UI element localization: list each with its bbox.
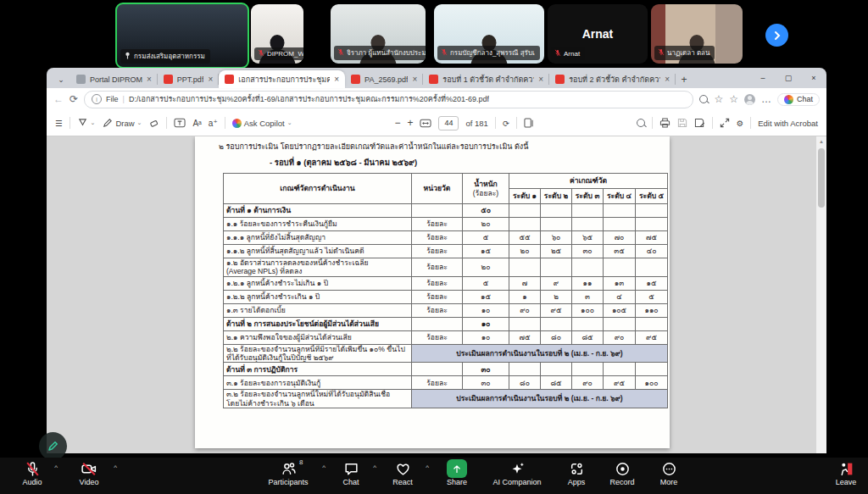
level-value-cell: ๒๕ (541, 245, 572, 258)
fullscreen-button[interactable] (720, 118, 730, 128)
browser-tab[interactable]: PPT.pdf× (158, 70, 219, 88)
level-value-cell (572, 317, 604, 330)
zoom-in-button[interactable]: + (407, 117, 413, 129)
profile-avatar[interactable] (744, 94, 755, 105)
browser-menu-icon[interactable]: … (761, 94, 771, 104)
address-bar[interactable]: i File | D:/เอกสารประกอบการประชุม%20ครั้… (84, 91, 693, 108)
level-value-cell (509, 258, 541, 277)
toolbar-chat-button[interactable]: Chat^ (329, 460, 373, 486)
level-value-cell (604, 218, 636, 231)
draw-tool-button[interactable]: Draw ⌄ (102, 118, 142, 129)
collections-star-icon[interactable]: ☆ (729, 94, 738, 104)
rotate-button[interactable]: ⟳ (503, 119, 509, 128)
level-value-cell (636, 363, 668, 376)
toolbar-react-button[interactable]: React^ (380, 460, 426, 486)
browser-tab[interactable]: เอกสารประกอบการประชุมคณะกรร× (219, 70, 345, 88)
refresh-icon[interactable]: ⟳ (70, 94, 78, 104)
toolbar-record-button[interactable]: Record (598, 460, 646, 486)
favorite-star-icon[interactable]: ☆ (714, 94, 723, 104)
close-tab-icon[interactable]: × (412, 75, 417, 84)
table-row: ด้านที่ ๓ การปฏิบัติการ๓๐ (224, 363, 668, 376)
level-value-cell (572, 204, 604, 218)
col-header-level5: ระดับ ๕ (636, 189, 668, 204)
criteria-cell: ๓.๑ ร้อยละของการอนุมัติเงินกู้ (224, 376, 412, 390)
close-tab-icon[interactable]: × (208, 75, 213, 84)
unit-cell: ร้อยละ (412, 231, 463, 245)
edit-with-acrobat-button[interactable]: Edit with Acrobat (758, 119, 818, 128)
scroll-up-icon[interactable]: ▲ (816, 136, 826, 144)
highlight-tool-button[interactable]: ⌄ (77, 118, 96, 129)
video-tile[interactable]: ArnatArnat (548, 4, 648, 64)
video-tile[interactable]: นาฏเดลา ตลน (651, 4, 743, 64)
annotate-button[interactable] (39, 432, 67, 460)
close-tab-icon[interactable]: × (538, 75, 543, 84)
read-aloud-button[interactable]: a⁺ (209, 119, 218, 128)
add-text-button[interactable]: Aᵃ (192, 119, 201, 128)
level-value-cell (572, 258, 604, 277)
new-tab-button[interactable]: + (676, 71, 693, 88)
ask-copilot-button[interactable]: Ask Copilot ⌄ (232, 119, 292, 128)
erase-tool-button[interactable] (148, 118, 159, 129)
video-tile[interactable]: DIPROM_Wannarat (251, 4, 303, 64)
toolbar-apps-button[interactable]: Apps (556, 460, 597, 486)
pdf-scrollbar[interactable]: ▲ (816, 136, 826, 453)
settings-button[interactable]: ⚙ (737, 119, 744, 128)
toolbar-video-button[interactable]: Video^ (64, 460, 114, 486)
browser-tab[interactable]: รอบที่ 2 ตัวชี้วัด คำจำกัดความ สูต× (549, 70, 676, 88)
level-value-cell (604, 317, 636, 330)
video-tile[interactable]: จิราภา ผู้แทนสำนักงบประมาณ (331, 4, 426, 64)
page-view-button[interactable] (524, 118, 534, 128)
page-number-input[interactable] (438, 116, 459, 130)
browser-tab[interactable]: PA_2569.pdf× (345, 70, 423, 88)
copilot-chat-button[interactable]: Chat (777, 93, 820, 106)
close-window-icon[interactable]: × (801, 74, 826, 82)
level-value-cell: ๗ (509, 276, 541, 290)
level-value-cell: ๑๐๐ (572, 303, 604, 317)
toolbar-share-button[interactable]: Share (434, 460, 480, 486)
chevron-up-icon[interactable]: ^ (54, 463, 58, 471)
text-box-button[interactable] (174, 118, 186, 128)
browser-tab[interactable]: Portal DIPROM× (70, 70, 158, 88)
zoom-out-button[interactable]: − (394, 117, 400, 129)
tab-search-chevron-icon[interactable]: ⌄ (52, 71, 70, 88)
toolbar-label: Video (80, 478, 99, 486)
toolbar-audio-button[interactable]: Audio^ (10, 460, 54, 486)
table-row: ๓.๑ ร้อยละของการอนุมัติเงินกู้ร้อยละ๓๐๘๐… (224, 376, 668, 390)
close-tab-icon[interactable]: × (665, 75, 670, 84)
back-icon[interactable]: ← (53, 94, 64, 104)
print-icon (659, 118, 670, 128)
toolbar-ai-companion-button[interactable]: AI Companion (481, 460, 553, 486)
table-row: ๑.๒.๒ ลูกหนี้ค้างชำระเกิน ๑ ปีร้อยละ๑๕๑๒… (224, 290, 668, 303)
fit-width-button[interactable] (420, 119, 431, 128)
next-videos-button[interactable] (765, 24, 788, 47)
expand-icon (720, 118, 730, 128)
level-value-cell (541, 204, 572, 218)
leave-icon (838, 460, 854, 477)
toolbar-more-button[interactable]: More (648, 460, 690, 486)
toolbar-leave-button[interactable]: Leave (829, 460, 863, 486)
save-as-button[interactable] (694, 118, 705, 128)
chevron-up-icon[interactable]: ^ (114, 463, 117, 471)
maximize-icon[interactable]: ▢ (776, 74, 801, 82)
chevron-up-icon[interactable]: ^ (322, 463, 326, 471)
page-info-icon[interactable]: i (92, 94, 102, 104)
video-tile[interactable]: กรมส่งเสริมอุตสาหกรรม (115, 3, 249, 69)
scrollbar-thumb[interactable] (818, 148, 825, 208)
level-value-cell (541, 317, 572, 330)
toolbar-participants-button[interactable]: 8Participants^ (254, 460, 322, 486)
chevron-up-icon[interactable]: ^ (373, 463, 376, 471)
pdf-search-icon[interactable] (637, 119, 645, 127)
browser-tab[interactable]: รอบที่ 1 ตัวชี้วัด คำจำกัดความ สูต× (423, 70, 549, 88)
criteria-cell: ๑.๑.๑ ลูกหนี้ที่ยังไม่สิ้นสุดสัญญา (224, 231, 412, 245)
criteria-cell: ๑.๒.๑ ลูกหนี้ค้างชำระไม่เกิน ๑ ปี (224, 276, 412, 290)
video-tile[interactable]: กรมบัญชีกลาง_สุพรรณี สุรับเ (434, 4, 544, 64)
close-tab-icon[interactable]: × (147, 75, 152, 84)
col-header-level1: ระดับ ๑ (509, 189, 541, 204)
chevron-up-icon[interactable]: ^ (426, 463, 429, 471)
zoom-search-icon[interactable] (699, 95, 708, 103)
close-tab-icon[interactable]: × (334, 75, 339, 84)
minimize-icon[interactable]: – (750, 74, 776, 82)
print-button[interactable] (659, 118, 670, 128)
toolbar-label: Participants (268, 478, 308, 486)
toc-icon[interactable]: ☰ (55, 119, 63, 128)
